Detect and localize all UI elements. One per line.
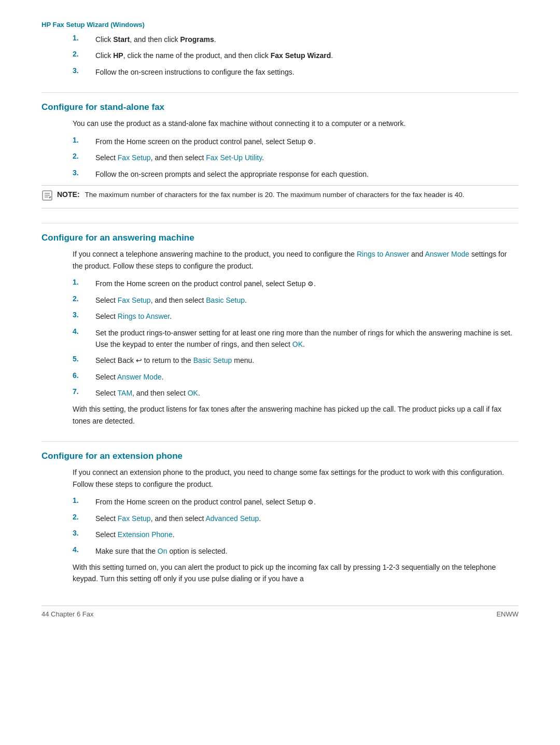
setup-icon-2: ⚙ xyxy=(307,279,314,290)
wizard-step-3-num: 3. xyxy=(73,66,95,78)
fax-setup-link-1[interactable]: Fax Setup xyxy=(118,153,151,162)
extension-phone-link[interactable]: Extension Phone xyxy=(118,530,173,539)
standalone-section: Configure for stand-alone fax You can us… xyxy=(41,92,519,208)
standalone-step-3-text: Follow the on-screen prompts and select … xyxy=(95,168,519,180)
wizard-section: HP Fax Setup Wizard (Windows) 1. Click S… xyxy=(41,21,519,78)
answering-step-1: 1. From the Home screen on the product c… xyxy=(73,278,519,290)
answering-step-5-num: 5. xyxy=(73,355,95,366)
answering-step-6: 6. Select Answer Mode. xyxy=(73,371,519,383)
extension-heading: Configure for an extension phone xyxy=(41,441,519,461)
answer-mode-link-intro[interactable]: Answer Mode xyxy=(425,250,469,258)
answering-step-1-text: From the Home screen on the product cont… xyxy=(95,278,519,290)
extension-step-3-num: 3. xyxy=(73,529,95,540)
extension-step-1: 1. From the Home screen on the product c… xyxy=(73,496,519,508)
extension-sub-para: With this setting turned on, you can ale… xyxy=(73,561,519,585)
answering-step-3-num: 3. xyxy=(73,311,95,322)
standalone-step-3-num: 3. xyxy=(73,168,95,180)
rings-to-answer-link-step3[interactable]: Rings to Answer xyxy=(118,312,170,320)
basic-setup-link-2[interactable]: Basic Setup xyxy=(193,356,232,364)
wizard-step-2-num: 2. xyxy=(73,50,95,61)
answering-intro: If you connect a telephone answering mac… xyxy=(73,248,519,272)
extension-section: Configure for an extension phone If you … xyxy=(41,441,519,585)
standalone-intro: You can use the product as a stand-alone… xyxy=(73,118,519,129)
fax-setup-link-3[interactable]: Fax Setup xyxy=(118,514,151,523)
extension-step-4: 4. Make sure that the On option is selec… xyxy=(73,545,519,557)
answering-step-3: 3. Select Rings to Answer. xyxy=(73,311,519,322)
extension-intro: If you connect an extension phone to the… xyxy=(73,467,519,490)
standalone-note-box: NOTE: The maximum number of characters f… xyxy=(41,185,519,208)
extension-step-4-num: 4. xyxy=(73,545,95,557)
standalone-step-1-text: From the Home screen on the product cont… xyxy=(95,136,519,148)
ok-link-2[interactable]: OK xyxy=(188,389,198,397)
extension-step-1-text: From the Home screen on the product cont… xyxy=(95,496,519,508)
page-content: HP Fax Setup Wizard (Windows) 1. Click S… xyxy=(41,21,519,618)
standalone-heading: Configure for stand-alone fax xyxy=(41,92,519,113)
wizard-step-1: 1. Click Start, and then click Programs. xyxy=(73,34,519,45)
answering-step-7-text: Select TAM, and then select OK. xyxy=(95,387,519,399)
extension-step-2-num: 2. xyxy=(73,513,95,524)
standalone-step-2-num: 2. xyxy=(73,152,95,163)
answering-step-3-text: Select Rings to Answer. xyxy=(95,311,519,322)
note-content: NOTE: The maximum number of characters f… xyxy=(57,190,465,200)
answering-step-7-num: 7. xyxy=(73,387,95,399)
extension-step-3-text: Select Extension Phone. xyxy=(95,529,519,540)
answering-step-4-num: 4. xyxy=(73,327,95,350)
footer-bar: 44 Chapter 6 Fax ENWW xyxy=(41,606,519,618)
wizard-step-1-text: Click Start, and then click Programs. xyxy=(95,34,519,45)
extension-step-2-text: Select Fax Setup, and then select Advanc… xyxy=(95,513,519,524)
answering-step-4: 4. Set the product rings-to-answer setti… xyxy=(73,327,519,350)
answering-step-6-text: Select Answer Mode. xyxy=(95,371,519,383)
answering-step-1-num: 1. xyxy=(73,278,95,290)
advanced-setup-link[interactable]: Advanced Setup xyxy=(206,514,259,523)
answering-heading: Configure for an answering machine xyxy=(41,223,519,243)
answer-mode-link-step6[interactable]: Answer Mode xyxy=(117,373,162,381)
extension-step-1-num: 1. xyxy=(73,496,95,508)
standalone-step-3: 3. Follow the on-screen prompts and sele… xyxy=(73,168,519,180)
standalone-step-1: 1. From the Home screen on the product c… xyxy=(73,136,519,148)
tam-link[interactable]: TAM xyxy=(118,389,133,397)
extension-step-4-text: Make sure that the On option is selected… xyxy=(95,545,519,557)
footer-right: ENWW xyxy=(496,610,519,618)
footer-left: 44 Chapter 6 Fax xyxy=(41,610,93,618)
fax-setup-link-2[interactable]: Fax Setup xyxy=(118,296,151,304)
answering-step-4-text: Set the product rings-to-answer setting … xyxy=(95,327,519,350)
answering-section: Configure for an answering machine If yo… xyxy=(41,223,519,427)
standalone-step-2: 2. Select Fax Setup, and then select Fax… xyxy=(73,152,519,163)
wizard-step-3-text: Follow the on-screen instructions to con… xyxy=(95,66,519,78)
basic-setup-link-1[interactable]: Basic Setup xyxy=(206,296,245,304)
rings-to-answer-link-intro[interactable]: Rings to Answer xyxy=(357,250,409,258)
wizard-step-3: 3. Follow the on-screen instructions to … xyxy=(73,66,519,78)
answering-sub-para: With this setting, the product listens f… xyxy=(73,403,519,427)
fax-setup-utility-link[interactable]: Fax Set-Up Utility xyxy=(206,153,262,162)
wizard-step-2-text: Click HP, click the name of the product,… xyxy=(95,50,519,61)
answering-step-2-num: 2. xyxy=(73,294,95,306)
setup-icon-1: ⚙ xyxy=(307,137,314,148)
answering-step-2: 2. Select Fax Setup, and then select Bas… xyxy=(73,294,519,306)
wizard-step-2: 2. Click HP, click the name of the produ… xyxy=(73,50,519,61)
answering-step-5: 5. Select Back ↩ to return to the Basic … xyxy=(73,355,519,366)
wizard-step-1-num: 1. xyxy=(73,34,95,45)
note-text: The maximum number of characters for the… xyxy=(85,191,464,199)
wizard-title: HP Fax Setup Wizard (Windows) xyxy=(41,21,519,29)
ok-link-1[interactable]: OK xyxy=(292,340,303,348)
setup-icon-3: ⚙ xyxy=(307,497,314,508)
answering-step-2-text: Select Fax Setup, and then select Basic … xyxy=(95,294,519,306)
answering-step-7: 7. Select TAM, and then select OK. xyxy=(73,387,519,399)
extension-step-3: 3. Select Extension Phone. xyxy=(73,529,519,540)
standalone-step-2-text: Select Fax Setup, and then select Fax Se… xyxy=(95,152,519,163)
answering-step-5-text: Select Back ↩ to return to the Basic Set… xyxy=(95,355,519,366)
on-link[interactable]: On xyxy=(158,547,167,555)
note-label: NOTE: xyxy=(57,190,80,199)
standalone-step-1-num: 1. xyxy=(73,136,95,148)
answering-step-6-num: 6. xyxy=(73,371,95,383)
extension-step-2: 2. Select Fax Setup, and then select Adv… xyxy=(73,513,519,524)
note-icon xyxy=(41,190,53,204)
